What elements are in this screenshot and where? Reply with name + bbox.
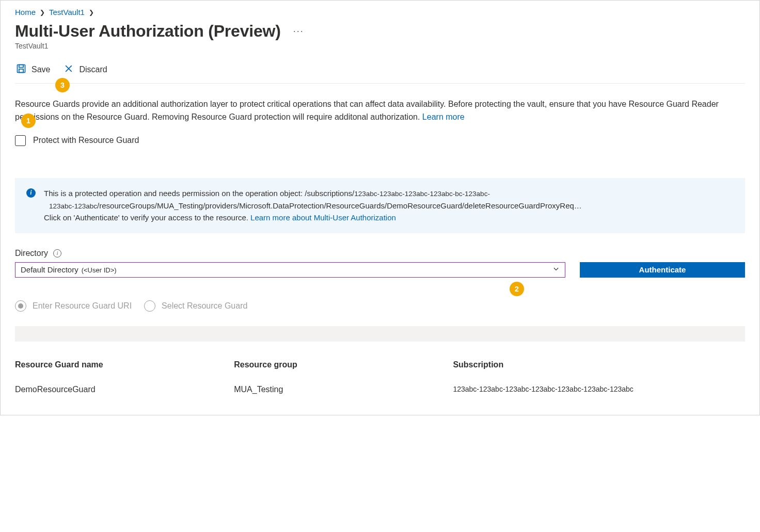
discard-button[interactable]: Discard [62,61,108,78]
svg-rect-2 [19,69,23,73]
table-row: DemoResourceGuard MUA_Testing 123abc-123… [15,385,745,394]
table-header-rg: Resource group [234,360,453,369]
info-line3-prefix: Click on 'Authenticate' to verify your a… [44,213,250,222]
protect-checkbox-label: Protect with Resource Guard [33,136,139,145]
table-header-sub: Subscription [453,360,745,369]
info-banner: i This is a protected operation and need… [15,178,745,233]
divider-bar [15,326,745,342]
directory-select-value: Default Directory [21,265,78,274]
step-badge-2: 2 [510,282,524,296]
info-line2-prefix: 123abc-123abc [44,202,97,210]
info-line1-sub: 123abc-123abc-123abc-123abc-bc-123abc- [354,190,490,198]
discard-button-label: Discard [79,65,107,74]
radio-icon [144,300,155,312]
step-badge-1: 1 [21,114,36,128]
breadcrumb-home[interactable]: Home [15,8,36,17]
protect-checkbox[interactable] [15,135,26,146]
learn-more-link[interactable]: Learn more [422,112,465,121]
table-cell-sub: 123abc-123abc-123abc-123abc-123abc-123ab… [453,385,745,394]
directory-label: Directory [15,249,48,258]
page-subtitle: TestVault1 [15,42,745,50]
table-header: Resource Guard name Resource group Subsc… [15,360,745,369]
radio-group: Enter Resource Guard URI Select Resource… [15,300,745,312]
table-header-name: Resource Guard name [15,360,234,369]
breadcrumb: Home ❯ TestVault1 ❯ [15,8,745,17]
step-badge-3: 3 [55,78,70,92]
radio-enter-uri-label: Enter Resource Guard URI [33,301,132,311]
save-button[interactable]: Save [15,61,51,78]
save-icon [16,63,26,76]
info-line2-rest: /resourceGroups/MUA_Testing/providers/Mi… [97,201,582,210]
more-menu-button[interactable]: ··· [293,26,304,37]
info-outline-icon[interactable]: i [53,249,61,257]
radio-icon [15,300,26,312]
chevron-down-icon [552,265,560,274]
info-icon: i [26,188,36,198]
authenticate-button[interactable]: Authenticate [580,262,745,278]
svg-rect-1 [19,65,23,68]
table-cell-rg: MUA_Testing [234,385,453,394]
page-title: Multi-User Authorization (Preview) [15,22,281,41]
breadcrumb-vault[interactable]: TestVault1 [49,8,85,17]
description-text: Resource Guards provide an additional au… [15,98,745,124]
toolbar: Save Discard 3 [15,61,745,84]
radio-select-guard-label: Select Resource Guard [162,301,247,311]
info-line1-prefix: This is a protected operation and needs … [44,189,354,198]
table-cell-name: DemoResourceGuard [15,385,234,394]
save-button-label: Save [31,65,50,74]
directory-select-userid: (<User ID>) [82,266,117,274]
directory-select[interactable]: Default Directory (<User ID>) [15,262,565,278]
radio-enter-uri[interactable]: Enter Resource Guard URI [15,300,132,312]
chevron-right-icon: ❯ [89,9,94,16]
info-learn-more-link[interactable]: Learn more about Multi-User Authorizatio… [250,213,396,222]
chevron-right-icon: ❯ [40,9,45,16]
radio-select-guard[interactable]: Select Resource Guard [144,300,247,312]
close-icon [64,63,74,76]
